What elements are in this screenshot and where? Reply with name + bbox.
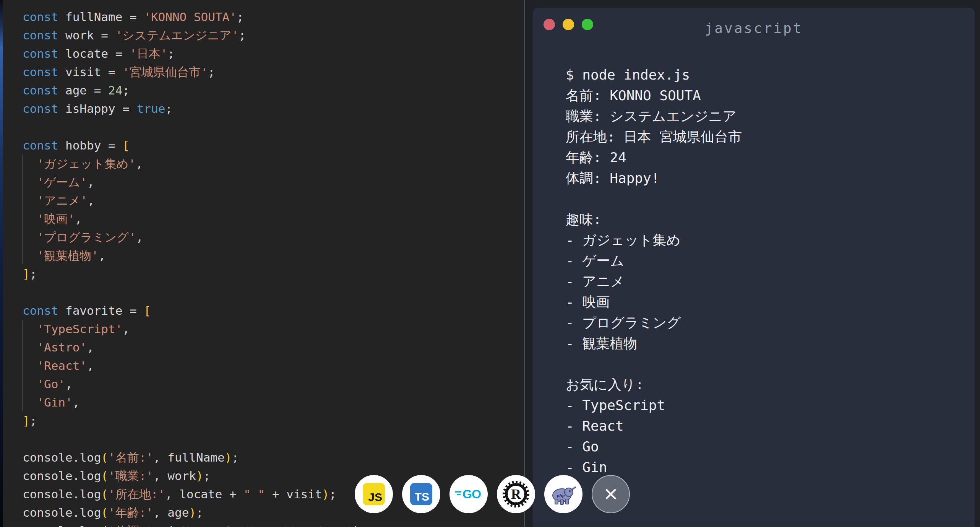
rust-icon-label: R [511,486,521,502]
terminal-output[interactable]: $ node index.js 名前: KONNO SOUTA 職業: システム… [566,65,742,478]
php-elephant-icon: php [549,483,578,505]
javascript-icon-button[interactable]: JS [355,475,393,513]
terminal-window: javascript $ node index.js 名前: KONNO SOU… [533,8,975,527]
javascript-icon-label: JS [368,491,382,504]
php-icon-label: php [557,493,565,498]
terminal-title: javascript [533,21,975,36]
typescript-icon: TS [410,483,432,505]
close-dock-button[interactable] [592,475,630,513]
javascript-icon: JS [363,483,385,505]
code-editor-panel[interactable]: const fullName = 'KONNO SOUTA'; const wo… [3,0,524,527]
close-icon [603,486,618,502]
typescript-icon-button[interactable]: TS [402,475,440,513]
go-icon: GO [454,486,484,503]
language-icon-dock: JS TS GO R [355,475,630,513]
desktop-wallpaper-sliver [0,0,3,527]
rust-icon-button[interactable]: R [497,475,535,513]
terminal-pane: javascript $ node index.js 名前: KONNO SOU… [525,0,980,527]
rust-icon: R [501,480,531,509]
screen: const fullName = 'KONNO SOUTA'; const wo… [0,0,980,527]
typescript-icon-label: TS [415,490,429,503]
php-icon-button[interactable]: php [544,475,582,513]
code-content[interactable]: const fullName = 'KONNO SOUTA'; const wo… [3,0,367,527]
go-icon-label: GO [462,487,481,501]
indent-guide [22,320,23,412]
go-icon-button[interactable]: GO [449,475,488,513]
indent-guide [22,155,23,265]
